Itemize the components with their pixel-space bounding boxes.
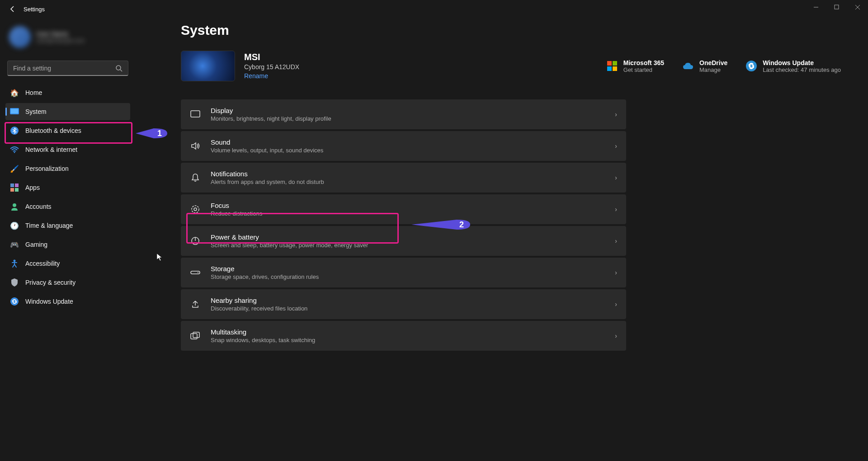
nav-label: Windows Update (25, 298, 73, 305)
nav-update[interactable]: Windows Update (5, 293, 130, 310)
cloud-icon (682, 60, 694, 72)
tile-winupdate[interactable]: Windows Update Last checked: 47 minutes … (745, 59, 841, 73)
nav-privacy[interactable]: Privacy & security (5, 274, 130, 291)
tile-sub: Last checked: 47 minutes ago (763, 66, 841, 73)
setting-storage[interactable]: Storage Storage space, drives, configura… (181, 258, 626, 287)
nav-label: Personalization (25, 165, 69, 172)
nav-bluetooth[interactable]: Bluetooth & devices (5, 122, 130, 139)
setting-sub: Alerts from apps and system, do not dist… (211, 179, 605, 185)
svg-rect-16 (191, 111, 200, 117)
storage-icon (190, 267, 201, 278)
setting-title: Notifications (211, 170, 605, 178)
chevron-right-icon: › (615, 174, 617, 181)
setting-sound[interactable]: Sound Volume levels, output, input, soun… (181, 131, 626, 161)
setting-title: Nearby sharing (211, 296, 605, 304)
svg-point-7 (14, 152, 15, 153)
nav-time[interactable]: 🕐 Time & language (5, 217, 130, 234)
nav-label: System (25, 108, 47, 115)
titlebar: Settings (0, 0, 868, 18)
chevron-right-icon: › (615, 269, 617, 276)
search-box[interactable] (7, 61, 128, 76)
setting-multitasking[interactable]: Multitasking Snap windows, desktops, tas… (181, 321, 626, 351)
tile-onedrive[interactable]: OneDrive Manage (682, 59, 727, 73)
svg-rect-1 (835, 5, 839, 9)
setting-power[interactable]: Power & battery Screen and sleep, batter… (181, 226, 626, 256)
nav-network[interactable]: Network & internet (5, 141, 130, 158)
setting-sub: Discoverability, received files location (211, 305, 605, 312)
rename-link[interactable]: Rename (244, 72, 268, 80)
power-icon (190, 235, 201, 246)
svg-point-2 (116, 66, 121, 70)
device-header: MSI Cyborg 15 A12UDX Rename Microsoft 36… (181, 51, 841, 81)
setting-title: Storage (211, 265, 605, 273)
chevron-right-icon: › (615, 301, 617, 308)
nav-label: Apps (25, 184, 40, 191)
svg-rect-24 (193, 332, 199, 338)
search-icon (115, 65, 123, 72)
setting-notifications[interactable]: Notifications Alerts from apps and syste… (181, 163, 626, 193)
nav-home[interactable]: 🏠 Home (5, 84, 130, 101)
nav-label: Privacy & security (25, 279, 75, 286)
svg-point-22 (198, 272, 198, 273)
device-image (181, 51, 235, 81)
sync-icon (745, 60, 757, 72)
nav-label: Gaming (25, 241, 47, 248)
system-icon (10, 107, 19, 116)
svg-rect-23 (191, 334, 197, 339)
nav-gaming[interactable]: 🎮 Gaming (5, 236, 130, 253)
setting-sub: Storage space, drives, configuration rul… (211, 273, 605, 280)
back-button[interactable] (5, 2, 20, 16)
apps-icon (10, 183, 19, 192)
nav-label: Time & language (25, 222, 73, 229)
setting-focus[interactable]: Focus Reduce distractions › (181, 194, 626, 224)
nav-system[interactable]: System (5, 103, 130, 120)
svg-point-12 (13, 203, 16, 207)
setting-nearby[interactable]: Nearby sharing Discoverability, received… (181, 289, 626, 319)
nav-personalization[interactable]: 🖌️ Personalization (5, 160, 130, 177)
nav-list: 🏠 Home System Bluetooth & devices Networ… (5, 84, 130, 310)
nav-apps[interactable]: Apps (5, 179, 130, 196)
close-button[interactable] (847, 0, 868, 14)
wifi-icon (10, 145, 19, 154)
display-icon (190, 109, 201, 120)
setting-title: Display (211, 107, 605, 114)
device-model: Cyborg 15 A12UDX (244, 63, 561, 71)
device-name: MSI (244, 52, 561, 62)
svg-rect-10 (10, 188, 14, 192)
setting-sub: Volume levels, output, input, sound devi… (211, 147, 605, 154)
svg-rect-11 (15, 188, 19, 192)
tile-sub: Manage (699, 66, 727, 73)
bell-icon (190, 172, 201, 183)
maximize-button[interactable] (826, 0, 847, 14)
nav-label: Home (25, 89, 42, 96)
profile-section[interactable]: User Name user@example.com (5, 23, 130, 52)
m365-icon (606, 60, 618, 72)
nav-label: Accessibility (25, 260, 60, 267)
setting-sub: Reduce distractions (211, 210, 605, 217)
svg-rect-5 (11, 109, 18, 113)
page-title: System (181, 23, 841, 38)
setting-title: Focus (211, 202, 605, 209)
nav-accounts[interactable]: Accounts (5, 198, 130, 215)
profile-name: User Name (36, 30, 127, 38)
gamepad-icon: 🎮 (10, 240, 19, 249)
setting-title: Power & battery (211, 233, 605, 241)
nav-label: Accounts (25, 203, 52, 210)
tile-m365[interactable]: Microsoft 365 Get started (606, 59, 664, 73)
chevron-right-icon: › (615, 206, 617, 213)
minimize-button[interactable] (806, 0, 826, 14)
settings-list: Display Monitors, brightness, night ligh… (181, 99, 626, 351)
clock-icon: 🕐 (10, 221, 19, 230)
paint-icon: 🖌️ (10, 164, 19, 173)
nav-accessibility[interactable]: Accessibility (5, 255, 130, 272)
chevron-right-icon: › (615, 111, 617, 118)
svg-point-17 (192, 206, 199, 213)
tile-title: OneDrive (699, 59, 727, 66)
search-input[interactable] (13, 65, 115, 72)
svg-point-15 (746, 61, 757, 71)
nav-label: Bluetooth & devices (25, 127, 81, 134)
setting-display[interactable]: Display Monitors, brightness, night ligh… (181, 99, 626, 129)
multitask-icon (190, 330, 201, 341)
avatar (9, 26, 31, 48)
svg-point-14 (10, 297, 19, 306)
